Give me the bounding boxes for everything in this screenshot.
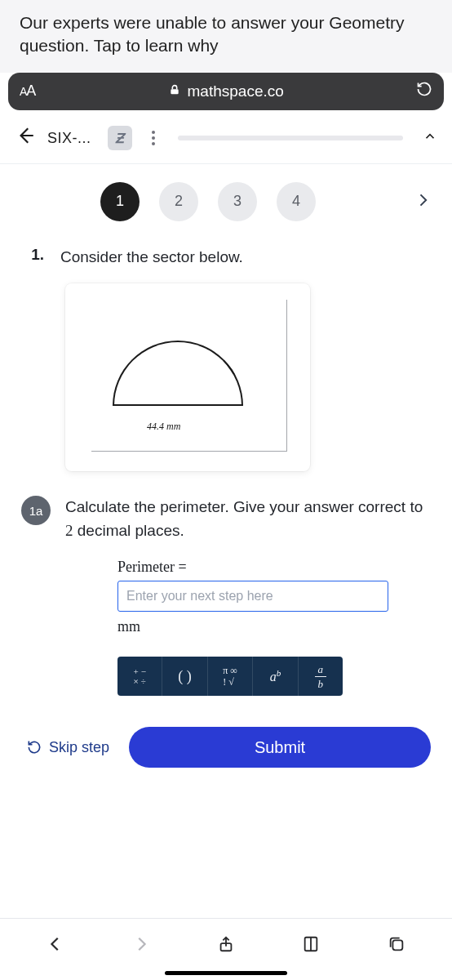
- toolbar-power[interactable]: ab: [253, 657, 298, 696]
- figure-axes: [286, 300, 287, 452]
- subquestion-prompt: Calculate the perimeter. Give your answe…: [65, 496, 431, 542]
- reload-icon[interactable]: [416, 81, 432, 101]
- figure-card: 44.4 mm: [65, 283, 310, 471]
- app-toolbar: SIX-... Ƶ: [0, 117, 452, 164]
- browser-url-bar: AA mathspace.co: [8, 73, 444, 110]
- perimeter-label: Perimeter =: [117, 559, 431, 576]
- submit-button[interactable]: Submit: [129, 727, 431, 768]
- sector-shape: [113, 341, 243, 406]
- share-icon[interactable]: [210, 928, 242, 960]
- lock-icon: [168, 82, 181, 100]
- more-menu-icon[interactable]: [152, 131, 155, 145]
- breadcrumb[interactable]: SIX-...: [47, 130, 91, 147]
- home-indicator: [165, 971, 287, 975]
- question-nav-4[interactable]: 4: [277, 182, 316, 221]
- tabs-icon[interactable]: [380, 928, 413, 960]
- math-toolbar: +− ×÷ ( ) π ∞! √ ab ab: [117, 657, 343, 696]
- figure-measure: 44.4 mm: [147, 421, 180, 433]
- answer-input[interactable]: [117, 581, 388, 612]
- nav-forward-icon: [125, 928, 157, 960]
- question-nav-next[interactable]: [414, 189, 431, 214]
- toolbar-fraction[interactable]: ab: [299, 657, 343, 696]
- text-size-button[interactable]: AA: [20, 82, 35, 100]
- toolbar-parentheses[interactable]: ( ): [162, 657, 207, 696]
- expert-notice[interactable]: Our experts were unable to answer your G…: [0, 0, 452, 73]
- question-nav-2[interactable]: 2: [159, 182, 198, 221]
- question-number: 1.: [21, 246, 44, 264]
- toolbar-operators[interactable]: +− ×÷: [117, 657, 162, 696]
- progress-bar: [178, 136, 403, 140]
- toolbar-symbols[interactable]: π ∞! √: [208, 657, 253, 696]
- nav-back-icon[interactable]: [39, 928, 72, 960]
- question-prompt: Consider the sector below.: [60, 246, 431, 270]
- question-nav-1[interactable]: 1: [100, 182, 140, 221]
- back-button[interactable]: [15, 125, 36, 152]
- url-domain[interactable]: mathspace.co: [188, 82, 284, 100]
- chevron-up-icon[interactable]: [423, 129, 437, 148]
- svg-rect-2: [392, 940, 402, 950]
- subquestion-label: 1a: [21, 496, 51, 525]
- skip-step-label: Skip step: [49, 739, 109, 756]
- unit-label: mm: [117, 618, 431, 635]
- question-nav: 1 2 3 4: [0, 164, 452, 246]
- svg-rect-0: [171, 89, 178, 94]
- provider-logo[interactable]: Ƶ: [108, 126, 132, 150]
- question-nav-3[interactable]: 3: [218, 182, 257, 221]
- bookmarks-icon[interactable]: [295, 928, 327, 960]
- skip-step-button[interactable]: Skip step: [21, 733, 114, 763]
